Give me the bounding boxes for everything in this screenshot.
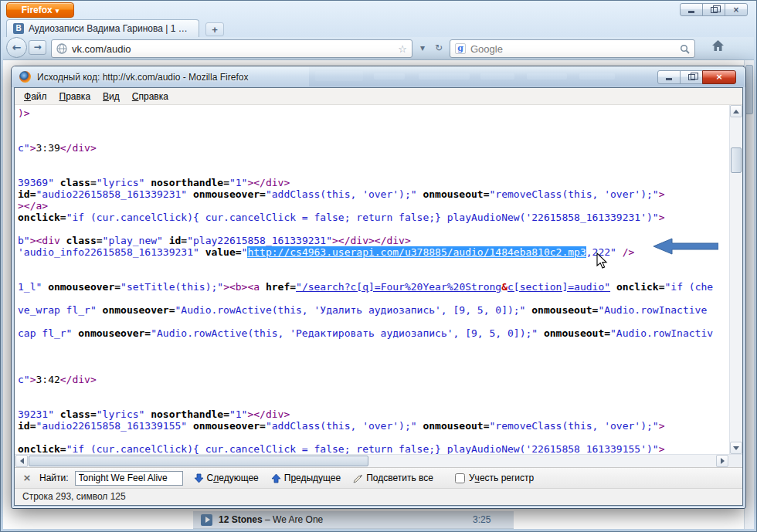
- search-magnifier-icon[interactable]: [680, 44, 690, 54]
- annotation-arrow-icon: [653, 237, 718, 256]
- vk-scrollbar-thumb[interactable]: [745, 65, 753, 114]
- find-input[interactable]: [75, 471, 183, 486]
- find-button-label: Подсветить все: [366, 473, 433, 483]
- code-line: [18, 316, 729, 327]
- source-window-title: Исходный код: http://vk.com/audio - Mozi…: [37, 72, 652, 83]
- vertical-scrollbar[interactable]: [729, 105, 742, 454]
- status-bar: Строка 293, символ 125: [15, 488, 742, 505]
- forward-button[interactable]: →: [29, 40, 46, 55]
- source-window-controls: ×: [658, 70, 736, 84]
- code-line: 39231" class="lyrics" nosorthandle="1"><…: [18, 408, 729, 420]
- scroll-right-button[interactable]: [716, 455, 728, 467]
- code-line: 39369" class="lyrics" nosorthandle="1"><…: [18, 177, 729, 188]
- tab-title: Аудиозаписи Вадима Гаринова | 1 424 ...: [29, 23, 192, 34]
- audio-title: We Are One: [273, 514, 323, 525]
- source-window-client: ФайлПравкаВидСправка )>c">3:39</div>3936…: [14, 87, 743, 506]
- code-line: cap fl_r" onmouseover="Audio.rowActive(t…: [18, 327, 729, 339]
- browser-close-button[interactable]: ×: [725, 3, 748, 16]
- code-line: [18, 339, 729, 351]
- audio-track-label[interactable]: 12 Stones – We Are One: [219, 514, 323, 525]
- tab-bar: В Аудиозаписи Вадима Гаринова | 1 424 ..…: [0, 19, 757, 37]
- screenshot-root: Firefox▾ × В Аудиозаписи Вадима Гаринова…: [0, 0, 757, 532]
- code-line: [18, 165, 729, 177]
- reload-icon[interactable]: ↻: [432, 40, 446, 56]
- play-icon[interactable]: [201, 514, 212, 526]
- new-tab-button[interactable]: +: [205, 22, 224, 36]
- browser-minimize-button[interactable]: [680, 3, 703, 16]
- source-close-button[interactable]: ×: [702, 70, 736, 84]
- minimize-icon: [666, 78, 672, 80]
- code-area: )>c">3:39</div>39369" class="lyrics" nos…: [15, 105, 729, 454]
- find-down-button[interactable]: Следующее: [189, 471, 263, 485]
- audio-separator: –: [265, 514, 270, 525]
- maximize-icon: [688, 74, 695, 80]
- menu-item[interactable]: Справка: [126, 89, 175, 104]
- source-window-titlebar[interactable]: Исходный код: http://vk.com/audio - Mozi…: [12, 66, 745, 87]
- firefox-logo-icon: [19, 71, 31, 83]
- horizontal-scroll-strip: [15, 454, 742, 467]
- selected-mp3-url[interactable]: http://cs4963.userapi.com/u378885/audio/…: [247, 246, 586, 258]
- url-text: vk.com/audio: [72, 43, 393, 55]
- vk-favicon: В: [13, 23, 24, 34]
- google-favicon: g: [455, 43, 466, 54]
- search-box[interactable]: g Google: [450, 39, 695, 58]
- mouse-cursor: [596, 252, 609, 269]
- find-buttons: СледующееПредыдущееПодсветить все: [189, 471, 438, 485]
- menu-bar: ФайлПравкаВидСправка: [15, 88, 742, 105]
- vk-audio-row[interactable]: 12 Stones – We Are One 3:25: [193, 511, 514, 529]
- source-main: )>c">3:39</div>39369" class="lyrics" nos…: [15, 105, 742, 454]
- vertical-scroll-thumb[interactable]: [731, 147, 742, 173]
- status-text: Строка 293, символ 125: [22, 491, 126, 502]
- scroll-up-button[interactable]: [730, 105, 742, 117]
- match-case-option[interactable]: Учесть регистр: [455, 473, 534, 483]
- menu-item[interactable]: Правка: [53, 89, 97, 104]
- code-line: [18, 362, 729, 374]
- scroll-left-button[interactable]: [15, 455, 28, 467]
- bookmark-star-icon[interactable]: ☆: [398, 43, 407, 55]
- down-icon: [194, 473, 204, 483]
- code-line: c">3:39</div>: [18, 142, 729, 154]
- match-case-checkbox[interactable]: [455, 473, 465, 483]
- search-engine-label: Google: [470, 43, 675, 55]
- horizontal-scrollbar[interactable]: [15, 454, 729, 467]
- home-button[interactable]: [708, 39, 728, 58]
- code-line: )>: [18, 107, 729, 119]
- code-line: 'audio_info22615858_161339231" value="ht…: [18, 246, 729, 258]
- code-line: [18, 397, 729, 408]
- browser-restore-button[interactable]: [702, 3, 725, 16]
- tab-vk-audio[interactable]: В Аудиозаписи Вадима Гаринова | 1 424 ..…: [6, 19, 199, 37]
- scroll-down-button[interactable]: [730, 442, 742, 454]
- menu-item[interactable]: Файл: [18, 89, 53, 104]
- url-bar-extras: ▾ ↻: [416, 40, 446, 56]
- code-line: [18, 258, 729, 269]
- source-minimize-button[interactable]: [657, 70, 681, 84]
- menu-item[interactable]: Вид: [97, 89, 126, 104]
- back-button[interactable]: ←: [6, 37, 27, 58]
- scrollbar-corner: [729, 454, 742, 467]
- code-line: 1_l" onmouseover="setTitle(this);"><b><a…: [18, 281, 729, 293]
- code-line: ></a>: [18, 200, 729, 212]
- find-bar: × Найти: СледующееПредыдущееПодсветить в…: [15, 467, 742, 488]
- find-highlight-button[interactable]: Подсветить все: [348, 471, 438, 485]
- restore-icon: [711, 7, 718, 13]
- firefox-app-button[interactable]: Firefox▾: [6, 2, 74, 18]
- url-bar[interactable]: vk.com/audio ☆: [51, 39, 412, 58]
- code-line: [18, 269, 729, 281]
- home-icon: [711, 39, 725, 52]
- code-line: [18, 293, 729, 304]
- code-line: [18, 130, 729, 142]
- source-maximize-button[interactable]: [680, 70, 703, 84]
- code-line: [18, 223, 729, 235]
- navigation-toolbar: ← → vk.com/audio ☆ ▾ ↻ g Google: [3, 37, 754, 60]
- firefox-menu-arrow-icon: ▾: [56, 7, 59, 15]
- horizontal-scroll-thumb[interactable]: [29, 456, 368, 466]
- code-line: [18, 351, 729, 362]
- code-line: id="audio22615858_161339231" onmouseover…: [18, 188, 729, 200]
- history-dropdown-icon[interactable]: ▾: [416, 40, 429, 56]
- find-close-button[interactable]: ×: [21, 472, 33, 484]
- find-up-button[interactable]: Предыдущее: [266, 471, 345, 485]
- code-line: [18, 432, 729, 443]
- audio-artist: 12 Stones: [219, 514, 263, 525]
- find-label: Найти:: [39, 473, 69, 483]
- highlight-icon: [353, 473, 363, 483]
